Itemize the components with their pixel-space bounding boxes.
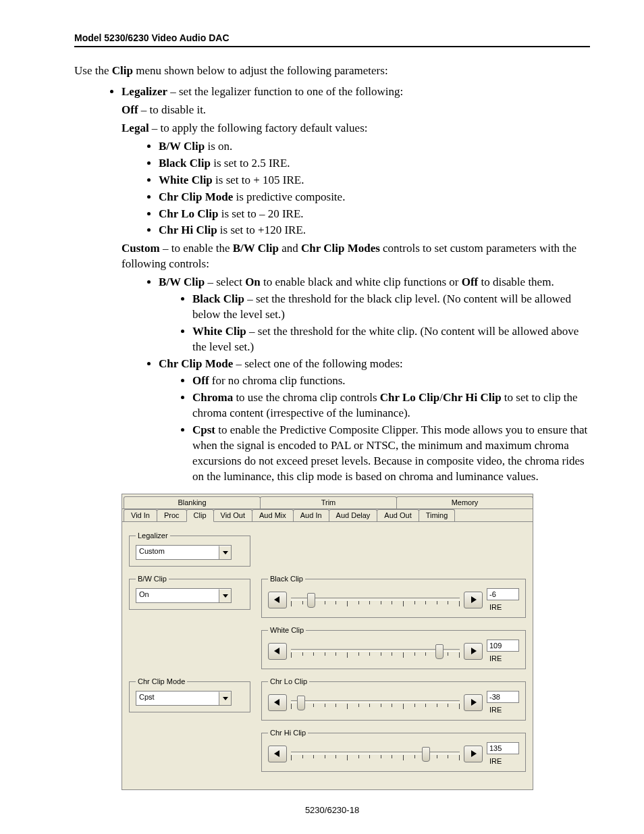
tab-proc[interactable]: Proc [157,509,187,521]
tab-vidout[interactable]: Vid Out [213,509,253,521]
custom-line: Custom – to enable the B/W Clip and Chr … [122,241,590,272]
off-line: Off – to disable it. [122,103,590,118]
tab-trim[interactable]: Trim [260,496,397,509]
ire-unit: IRE [487,603,502,611]
chrhi-legend: Chr Hi Clip [268,729,308,737]
svg-marker-7 [274,699,279,706]
chrlo-value[interactable]: -38 [487,691,519,703]
legalizer-legend: Legalizer [136,531,170,540]
chrhi-dec-button[interactable] [268,746,287,762]
whiteclip-legend: White Clip [268,626,306,634]
tab-memory[interactable]: Memory [396,496,533,509]
chrmode-select[interactable]: Cpst [136,691,232,706]
chrhi-value[interactable]: 135 [487,742,519,754]
legal-line: Legal – to apply the following factory d… [122,121,590,136]
tab-auddelay[interactable]: Aud Delay [329,509,378,521]
blackclip-inc-button[interactable] [464,592,483,608]
tab-timing[interactable]: Timing [419,509,456,521]
dropdown-icon[interactable] [219,692,231,705]
whiteclip-value[interactable]: 109 [487,640,519,652]
blackclip-dec-button[interactable] [268,592,287,608]
tab-audout[interactable]: Aud Out [377,509,419,521]
ire-unit: IRE [487,706,502,714]
tab-audmix[interactable]: Aud Mix [252,509,294,521]
svg-marker-0 [223,551,228,554]
svg-marker-2 [274,596,279,603]
dropdown-icon[interactable] [219,546,231,559]
svg-marker-8 [471,699,477,706]
svg-marker-10 [471,750,477,757]
svg-marker-4 [274,648,279,654]
chrmode-legend: Chr Clip Mode [136,677,187,685]
tab-blanking[interactable]: Blanking [124,496,261,509]
clip-config-panel: Blanking Trim Memory Vid In Proc Clip Vi… [122,494,533,790]
blackclip-value[interactable]: -6 [487,588,519,600]
page-header: Model 5230/6230 Video Audio DAC [74,32,590,47]
blackclip-legend: Black Clip [268,575,305,583]
whiteclip-slider[interactable] [291,642,460,660]
bwclip-select[interactable]: On [136,588,232,603]
whiteclip-inc-button[interactable] [464,643,483,660]
legalizer-select[interactable]: Custom [136,545,232,560]
svg-marker-9 [274,750,279,757]
legalizer-item: Legalizer – set the legalizer function t… [122,84,590,100]
chrlo-legend: Chr Lo Clip [268,677,309,685]
dropdown-icon[interactable] [219,589,231,602]
bwclip-legend: B/W Clip [136,575,169,583]
tab-clip[interactable]: Clip [186,509,214,522]
chrlo-inc-button[interactable] [464,694,483,711]
chrhi-slider[interactable] [291,745,460,762]
intro-text: Use the Clip menu shown below to adjust … [74,63,590,79]
chrhi-inc-button[interactable] [464,746,483,762]
ire-unit: IRE [487,757,502,765]
tab-vidin[interactable]: Vid In [124,509,157,521]
blackclip-slider[interactable] [291,591,460,608]
whiteclip-dec-button[interactable] [268,643,287,660]
ire-unit: IRE [487,654,502,662]
svg-marker-1 [223,594,228,598]
chrlo-slider[interactable] [291,694,460,711]
svg-marker-3 [471,596,477,603]
page-footer: 5230/6230-18 [74,805,590,815]
svg-marker-5 [471,648,477,654]
svg-marker-6 [223,697,228,700]
chrlo-dec-button[interactable] [268,694,287,711]
tab-audin[interactable]: Aud In [293,509,329,521]
